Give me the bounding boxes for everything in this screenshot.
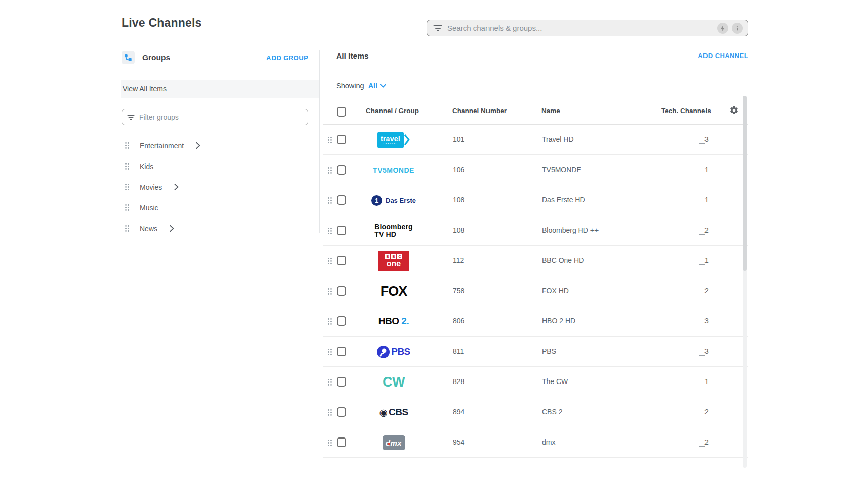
search-bar[interactable] [427,20,748,36]
search-input[interactable] [447,24,706,32]
select-all-checkbox[interactable] [337,107,346,117]
panel-divider [319,50,320,233]
dmx-logo: dmx [383,435,405,450]
tech-channels-link[interactable]: 3 [699,317,714,325]
channel-logo: PBS [358,337,429,367]
tech-channels-link[interactable]: 1 [699,196,714,204]
chevron-right-icon[interactable] [170,225,174,232]
filter-groups-box[interactable] [122,109,308,125]
add-channel-button[interactable]: ADD CHANNEL [698,52,748,60]
row-checkbox[interactable] [337,195,346,205]
lightning-icon-button[interactable] [717,23,728,34]
tech-channels-link[interactable]: 1 [699,166,714,174]
group-item[interactable]: Kids [122,156,308,177]
table-row: TV5MONDE 106 TV5MONDE 1 [323,155,748,185]
filter-icon [433,25,442,32]
gear-icon [729,105,739,115]
cbs-logo: ◉CBS [379,407,408,418]
table-row: HBO 2. 806 HBO 2 HD 3 [323,306,748,337]
tech-channels-link[interactable]: 2 [699,438,714,447]
col-name: Name [541,107,560,115]
filter-icon [127,114,135,121]
chevron-right-icon[interactable] [174,184,179,190]
filter-groups-input[interactable] [139,113,303,121]
drag-handle-icon[interactable] [125,183,130,191]
drag-handle-icon[interactable] [327,197,332,204]
all-items-title: All Items [336,51,369,61]
channel-logo: ◉CBS [358,397,429,427]
tech-channels-link[interactable]: 2 [699,408,714,416]
drag-handle-icon[interactable] [327,257,332,265]
channel-name-cell: CBS 2 [542,408,562,416]
tv5monde-logo: TV5MONDE [373,166,414,174]
tech-channels-link[interactable]: 1 [699,377,714,386]
channel-number-cell: 112 [453,256,464,264]
tech-channels-link[interactable]: 2 [699,287,714,295]
group-item[interactable]: News [122,218,308,239]
add-group-button[interactable]: ADD GROUP [266,54,308,62]
showing-value: All [368,82,378,90]
scrollbar-thumb[interactable] [743,96,747,271]
channel-name-cell: HBO 2 HD [542,317,575,325]
row-checkbox[interactable] [337,437,346,447]
drag-handle-icon[interactable] [327,288,332,295]
channel-logo: dmx [358,427,429,458]
tech-channels-link[interactable]: 2 [699,226,714,235]
group-item[interactable]: Music [122,197,308,218]
table-row: 1Das Erste 108 Das Erste HD 1 [323,185,748,215]
group-item[interactable]: Movies [122,177,308,197]
bloomberg-logo: BloombergTV HD [374,223,413,238]
channel-number-cell: 108 [453,196,464,204]
tech-channels-link[interactable]: 3 [699,135,714,144]
groups-title: Groups [142,53,170,62]
row-checkbox[interactable] [337,407,346,417]
drag-handle-icon[interactable] [327,318,332,325]
drag-handle-icon[interactable] [327,348,332,356]
channel-number-cell: 806 [453,317,464,325]
row-checkbox[interactable] [337,377,346,387]
channel-name-cell: FOX HD [542,287,569,295]
channel-logo: FOX [358,276,429,306]
table-settings-button[interactable] [729,105,739,117]
info-icon [734,25,741,32]
pbs-logo: PBS [377,346,410,358]
drag-handle-icon[interactable] [327,439,332,447]
view-all-items[interactable]: View All Items [121,80,319,98]
sidebar-divider [121,134,319,134]
table-row: FOX 758 FOX HD 2 [323,276,748,306]
table-row: dmx 954 dmx 2 [323,427,748,458]
channel-logo: HBO 2. [358,306,429,337]
channel-name-cell: dmx [542,438,555,446]
table-row: BBCone 112 BBC One HD 1 [323,246,748,276]
row-checkbox[interactable] [337,286,346,296]
row-checkbox[interactable] [337,256,346,265]
row-checkbox[interactable] [337,316,346,326]
chevron-right-icon[interactable] [196,142,200,149]
info-icon-button[interactable] [732,23,743,34]
drag-handle-icon[interactable] [327,409,332,416]
row-checkbox[interactable] [337,226,346,235]
channel-logo: BBCone [358,246,429,276]
row-checkbox[interactable] [337,135,346,144]
drag-handle-icon[interactable] [327,136,332,144]
col-tech-channels: Tech. Channels [661,107,711,115]
channel-number-cell: 811 [453,347,464,355]
drag-handle-icon[interactable] [125,204,130,211]
drag-handle-icon[interactable] [327,167,332,174]
das-erste-logo: 1Das Erste [371,195,416,206]
group-label: Kids [140,162,153,171]
showing-dropdown[interactable]: All [368,82,387,90]
group-item[interactable]: Entertainment [122,135,308,156]
channel-logo: BloombergTV HD [358,215,429,246]
row-checkbox[interactable] [337,165,346,175]
drag-handle-icon[interactable] [125,225,130,232]
row-checkbox[interactable] [337,347,346,356]
tech-channels-link[interactable]: 1 [699,256,714,265]
drag-handle-icon[interactable] [125,142,130,149]
table-row: ◉CBS 894 CBS 2 2 [323,397,748,427]
drag-handle-icon[interactable] [327,378,332,386]
drag-handle-icon[interactable] [327,227,332,235]
tech-channels-link[interactable]: 3 [699,347,714,356]
drag-handle-icon[interactable] [125,162,130,170]
lightning-icon [720,25,726,32]
